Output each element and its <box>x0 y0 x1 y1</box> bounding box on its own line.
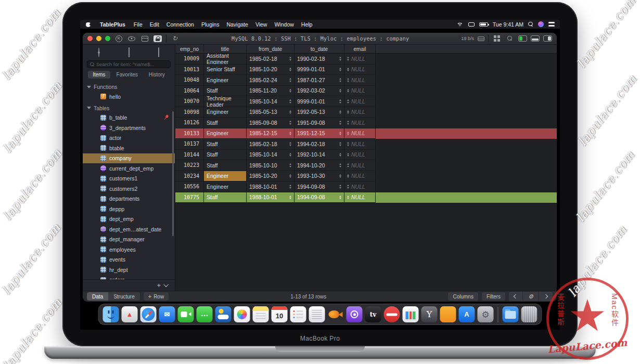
sidebar-item-3_departments[interactable]: 3_departments <box>83 123 175 133</box>
sidebar-item-dept_emp[interactable]: dept_emp <box>83 214 175 225</box>
previous-page-button[interactable] <box>509 292 522 301</box>
menu-edit[interactable]: Edit <box>146 21 163 28</box>
structure-tab[interactable]: Structure <box>108 292 140 301</box>
dock-icon-finder[interactable] <box>103 306 119 322</box>
dock-icon-trash[interactable] <box>521 306 537 322</box>
sidebar-search[interactable] <box>87 60 171 68</box>
table-row[interactable]: 10098Engineer1985-05-131992-05-13NULL <box>175 107 557 118</box>
cell-from-date[interactable]: 1988-10-01 <box>247 181 295 192</box>
stepper-icon[interactable] <box>289 142 291 146</box>
stepper-icon[interactable] <box>339 185 341 189</box>
dock-icon-pages[interactable] <box>440 306 456 322</box>
cell-emp-no[interactable]: 10234 <box>175 171 204 182</box>
cell-emp-no[interactable]: 10144 <box>175 150 204 161</box>
tables-section-header[interactable]: Tables <box>83 102 175 113</box>
cell-title[interactable]: Engineer <box>204 171 247 182</box>
table-row[interactable]: 10048Engineer1985-02-241987-01-27NULL <box>175 75 557 86</box>
cell-email[interactable]: NULL <box>344 107 376 118</box>
sidebar-item-dept_manager[interactable]: dept_manager <box>83 235 175 245</box>
sidebar-item-customers2[interactable]: customers2 <box>83 184 175 194</box>
dock-icon-glass[interactable]: Y <box>421 306 438 322</box>
stepper-icon[interactable] <box>347 132 349 136</box>
toggle-right-panel-button[interactable] <box>543 35 552 42</box>
cell-from-date[interactable]: 1985-05-13 <box>247 107 295 118</box>
cell-email[interactable]: NULL <box>344 181 376 192</box>
dock-icon-mail[interactable]: ✉ <box>159 306 175 322</box>
table-row[interactable]: 10223Staff1985-10-101994-10-20NULL <box>175 160 557 171</box>
cell-from-date[interactable]: 1988-10-01 <box>247 192 295 203</box>
column-header-to_date[interactable]: to_date <box>295 45 344 53</box>
cell-from-date[interactable]: 1985-10-14 <box>247 96 295 107</box>
sidebar-search-input[interactable] <box>96 61 168 67</box>
cell-emp-no[interactable]: 10775 <box>175 192 204 203</box>
stepper-icon[interactable] <box>289 163 291 167</box>
dock-icon-weather[interactable] <box>215 306 232 322</box>
cell-from-date[interactable]: 1985-02-18 <box>247 54 295 64</box>
cell-title[interactable]: Staff <box>204 118 247 128</box>
stepper-icon[interactable] <box>289 89 291 93</box>
stepper-icon[interactable] <box>339 196 341 200</box>
menu-window[interactable]: Window <box>271 21 297 28</box>
preview-eye-button[interactable] <box>127 35 136 43</box>
column-header-email[interactable]: email <box>344 45 376 53</box>
cell-to-date[interactable]: 1994-02-18 <box>295 139 344 150</box>
cell-title[interactable]: Staff <box>204 139 247 150</box>
sidebar-item-dept_em…atest_date[interactable]: dept_em…atest_date <box>83 224 175 235</box>
menu-app-name[interactable]: TablePlus <box>96 21 129 28</box>
sidebar-tab-history[interactable]: History <box>144 71 170 79</box>
menu-navigate[interactable]: Navigate <box>223 21 251 28</box>
dock-icon-reminders[interactable] <box>290 306 306 322</box>
cell-from-date[interactable]: 1985-10-10 <box>247 160 295 171</box>
stepper-icon[interactable] <box>289 68 291 72</box>
add-item-button[interactable]: + <box>157 282 161 289</box>
cell-from-date[interactable]: 1985-02-24 <box>247 75 295 86</box>
cell-emp-no[interactable]: 10048 <box>175 75 204 86</box>
dock-icon-tv[interactable]: tv <box>365 306 381 322</box>
dock-icon-messages[interactable]: … <box>197 306 213 322</box>
cell-email[interactable]: NULL <box>344 54 376 64</box>
cell-emp-no[interactable]: 10098 <box>175 107 204 118</box>
zoom-window-button[interactable] <box>105 36 110 41</box>
dock-icon-settings[interactable]: ⚙ <box>478 306 494 322</box>
open-table-button[interactable] <box>140 35 149 43</box>
sidebar-item-departments[interactable]: departments <box>83 194 175 204</box>
cell-to-date[interactable]: 1990-02-18 <box>295 54 344 64</box>
stepper-icon[interactable] <box>339 153 341 157</box>
stepper-icon[interactable] <box>289 196 291 200</box>
menu-view[interactable]: View <box>252 21 271 28</box>
cell-title[interactable]: Staff <box>204 160 247 171</box>
data-tab[interactable]: Data <box>87 292 108 301</box>
cell-from-date[interactable]: 1985-09-08 <box>247 118 295 128</box>
stepper-icon[interactable] <box>289 57 291 61</box>
cell-from-date[interactable]: 1985-10-14 <box>247 150 295 161</box>
items-grid-button[interactable] <box>492 35 502 43</box>
siri-icon[interactable] <box>538 21 544 27</box>
cell-title[interactable]: Engineer <box>204 128 247 139</box>
cell-email[interactable]: NULL <box>344 118 376 128</box>
cell-emp-no[interactable]: 10556 <box>175 181 204 192</box>
stepper-icon[interactable] <box>347 89 349 93</box>
sidebar-item-current_dept_emp[interactable]: current_dept_emp <box>83 163 175 174</box>
dock-icon-chart[interactable] <box>403 306 419 322</box>
dock-icon-appstore[interactable]: A <box>459 306 475 322</box>
cell-title[interactable]: Engineer <box>204 107 247 118</box>
sidebar-item-actor[interactable]: actor <box>83 133 175 144</box>
cell-title[interactable]: Staff <box>204 192 247 203</box>
functions-section-header[interactable]: Functions <box>83 81 175 92</box>
sidebar-item-employees[interactable]: employees <box>83 244 175 255</box>
table-row[interactable]: 10064Staff1985-11-201992-03-02NULL <box>175 86 557 97</box>
refresh-button[interactable]: ↻ <box>170 35 180 43</box>
stepper-icon[interactable] <box>289 132 291 136</box>
sidebar-item-btable[interactable]: btable <box>83 143 175 153</box>
stepper-icon[interactable] <box>347 57 349 61</box>
cell-to-date[interactable]: 1987-01-27 <box>295 75 344 86</box>
cell-email[interactable]: NULL <box>344 128 376 139</box>
cell-to-date[interactable]: 1991-09-08 <box>295 118 344 128</box>
table-row[interactable]: 10144Staff1985-10-141992-10-14NULL <box>175 150 557 161</box>
wifi-icon[interactable] <box>456 22 464 27</box>
menu-plugins[interactable]: Plugins <box>198 21 223 28</box>
battery-icon[interactable] <box>479 22 488 27</box>
dock-icon-textedit[interactable] <box>309 306 325 322</box>
disconnect-button[interactable] <box>114 35 123 43</box>
control-center-icon[interactable] <box>548 22 555 27</box>
